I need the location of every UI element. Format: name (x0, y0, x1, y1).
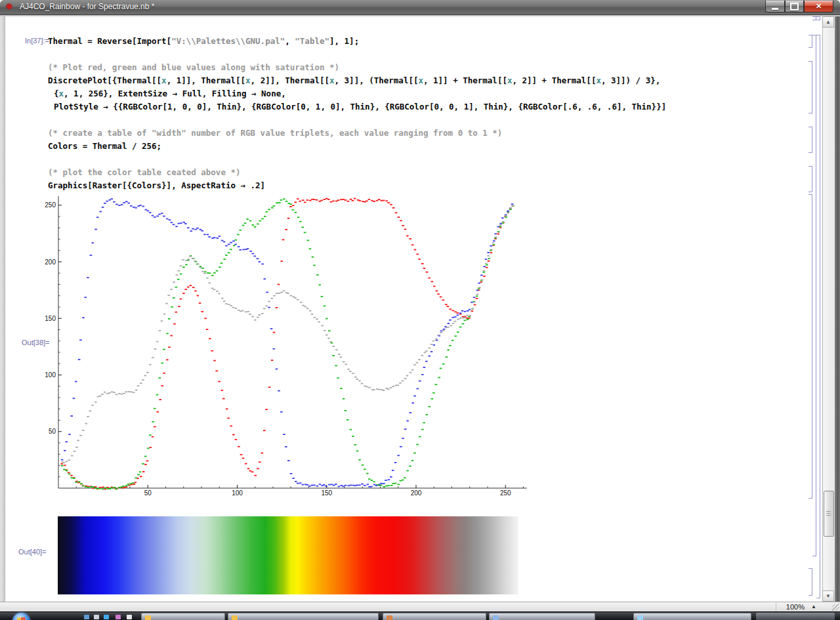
taskbar-app-icon (145, 615, 151, 620)
cell-bracket-out40[interactable] (808, 568, 812, 596)
code-line[interactable]: {x, 1, 256}, ExtentSize → Full, Filling … (0, 87, 807, 100)
minimize-button[interactable] (765, 1, 785, 12)
taskbar-app-icon (232, 615, 238, 620)
scroll-up-button[interactable]: ▲ (822, 16, 834, 28)
code-line[interactable]: (* Plot red, green and blue values along… (0, 61, 807, 74)
code-line[interactable]: (* create a table of "width" number of R… (0, 127, 807, 140)
code-line[interactable] (0, 153, 807, 166)
svg-text:200: 200 (45, 258, 56, 266)
quick-launch-icon[interactable] (104, 615, 109, 619)
titlebar[interactable]: ✹ AJ4CO_Rainbow - for Spectravue.nb * ✕ (0, 0, 840, 15)
maximize-icon (790, 3, 799, 10)
cell-group-bracket-outer[interactable] (816, 35, 820, 598)
svg-text:250: 250 (500, 489, 511, 497)
code-line[interactable]: Colors = Thermal / 256; (0, 140, 807, 153)
resize-grip[interactable] (832, 604, 839, 611)
statusbar: 100% ▲ (0, 602, 840, 611)
window-controls: ✕ (765, 1, 833, 12)
close-icon: ✕ (816, 2, 822, 10)
plot-points-green-channel (61, 199, 514, 490)
taskbar-window-button[interactable] (633, 613, 751, 620)
taskbar-window-button[interactable] (141, 613, 225, 620)
mathematica-spikey-icon: ✹ (5, 1, 13, 12)
plot-points-blue-channel (61, 198, 513, 487)
svg-text:50: 50 (144, 489, 152, 497)
screen: ✹ AJ4CO_Rainbow - for Spectravue.nb * ✕ … (0, 0, 840, 620)
discrete-plot-output: 5010015020025050100150200250 (0, 190, 545, 502)
taskbar-app-icon (387, 615, 392, 620)
zoom-menu-caret-icon[interactable]: ▲ (811, 604, 816, 610)
svg-text:100: 100 (232, 489, 243, 497)
code-line[interactable]: DiscretePlot[{Thermal[[x, 1]], Thermal[[… (0, 74, 807, 87)
code-line[interactable]: (* plot the color table ceated above *) (0, 166, 807, 179)
window-title: AJ4CO_Rainbow - for Spectravue.nb * (20, 2, 154, 11)
quick-launch-icon[interactable] (94, 615, 99, 619)
maximize-button[interactable] (785, 1, 804, 12)
windows-flag-icon (17, 617, 26, 620)
system-tray[interactable] (756, 613, 835, 620)
start-button[interactable] (12, 613, 30, 620)
code-line[interactable] (0, 114, 807, 127)
svg-text:150: 150 (45, 315, 56, 322)
taskbar-window-button[interactable] (383, 613, 486, 620)
plot-points-saturation-average (61, 205, 514, 463)
quick-launch-icon[interactable] (127, 615, 132, 619)
plot-points-red-channel (60, 198, 514, 490)
statusbar-separator (776, 603, 776, 611)
quick-launch-icon[interactable] (84, 615, 89, 619)
code-line[interactable]: Thermal = Reverse[Import["V:\\Palettes\\… (0, 35, 807, 48)
out40-cell-label[interactable]: Out[40]= (18, 548, 47, 556)
code-line[interactable]: PlotStyle → {{RGBColor[1, 0, 0], Thin}, … (0, 100, 807, 114)
taskbar-window-button[interactable] (489, 613, 595, 620)
quick-launch-icon[interactable] (116, 615, 121, 619)
taskbar-app-icon (493, 615, 499, 620)
window-border-right (834, 14, 840, 611)
svg-text:150: 150 (321, 489, 332, 497)
close-button[interactable]: ✕ (804, 1, 833, 12)
taskbar-app-icon (637, 615, 643, 620)
raster-colorbar-output (58, 516, 518, 594)
code-line[interactable] (0, 48, 807, 61)
svg-text:200: 200 (411, 489, 422, 497)
svg-text:250: 250 (45, 201, 56, 209)
taskbar-window-button[interactable] (228, 613, 379, 620)
cell-bracket-clipped-top[interactable] (816, 16, 820, 20)
minimize-icon (772, 8, 778, 10)
svg-text:50: 50 (49, 428, 56, 435)
scrollbar-thumb[interactable] (824, 491, 834, 537)
scroll-down-button[interactable]: ▼ (822, 590, 834, 602)
taskbar (0, 611, 840, 620)
input-code-cell[interactable]: Thermal = Reverse[Import["V:\\Palettes\\… (0, 35, 807, 192)
zoom-level[interactable]: 100% (786, 603, 805, 611)
svg-text:100: 100 (45, 371, 56, 379)
